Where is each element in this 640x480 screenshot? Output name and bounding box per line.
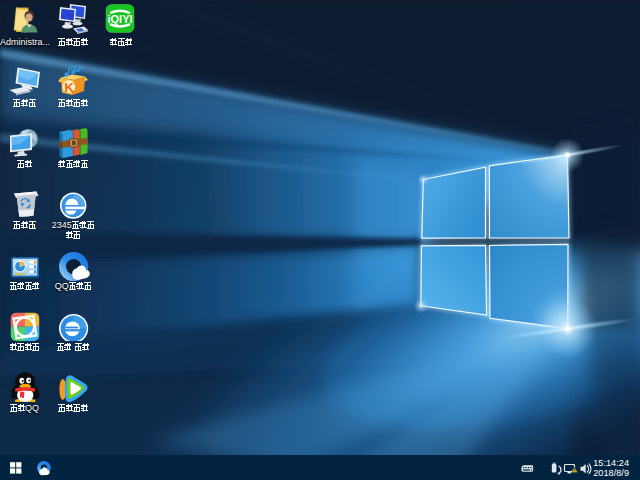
- svg-text:K: K: [64, 80, 74, 95]
- svg-text:iQIYI: iQIYI: [107, 13, 132, 25]
